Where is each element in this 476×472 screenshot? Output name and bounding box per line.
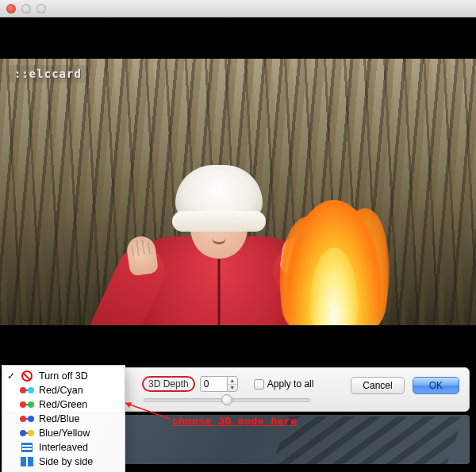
slider-thumb[interactable] (221, 394, 232, 405)
letterbox-bottom (0, 325, 476, 365)
ok-button[interactable]: OK (413, 377, 459, 394)
cancel-button[interactable]: Cancel (351, 377, 404, 394)
menu-item-label: Blue/Yellow (39, 428, 90, 439)
depth-stepper[interactable]: ▲ ▼ (200, 376, 238, 392)
video-watermark: ::elccard (8, 65, 88, 83)
menu-item-off[interactable]: ✓Turn off 3D (2, 369, 125, 383)
menu-item-label: Turn off 3D (39, 370, 88, 382)
svg-line-0 (125, 403, 170, 419)
annotation-text: choose 3D mode here (172, 416, 298, 428)
apply-to-all-checkbox[interactable]: Apply to all (254, 378, 314, 389)
depth-step-up[interactable]: ▲ (228, 377, 237, 385)
menu-item-label: Red/Cyan (39, 385, 83, 396)
video-bonfire (267, 184, 401, 325)
menu-item-redcyan[interactable]: Red/Cyan (2, 383, 125, 397)
menu-item-redgreen[interactable]: Red/Green (2, 397, 125, 412)
menu-item-label: Red/Blue (39, 413, 79, 424)
window-close-button[interactable] (6, 4, 16, 13)
letterbox-top (0, 17, 476, 59)
window-titlebar (0, 0, 476, 17)
annotation-arrow (119, 416, 167, 417)
menu-item-label: Red/Green (39, 399, 87, 410)
depth-input[interactable] (200, 376, 227, 392)
menu-item-sbs[interactable]: Side by side (2, 455, 125, 469)
menu-item-interleaved[interactable]: Interleaved (2, 440, 125, 455)
menu-item-label: Interleaved (39, 442, 88, 453)
menu-item-label: Side by side (39, 456, 93, 467)
check-icon: ✓ (7, 370, 15, 382)
3d-mode-menu[interactable]: ✓Turn off 3DRed/CyanRed/GreenRed/BlueBlu… (2, 365, 125, 472)
checkbox-box[interactable] (254, 379, 264, 389)
depth-label: 3D Depth (142, 376, 195, 392)
window-zoom-button[interactable] (36, 4, 46, 13)
window-minimize-button[interactable] (21, 4, 31, 13)
depth-step-down[interactable]: ▼ (228, 385, 237, 392)
menu-item-blueyellow[interactable]: Blue/Yellow (2, 426, 125, 440)
apply-to-all-label: Apply to all (267, 378, 314, 389)
video-frame[interactable]: ::elccard (0, 59, 476, 325)
menu-item-redblue[interactable]: Red/Blue (2, 412, 125, 426)
